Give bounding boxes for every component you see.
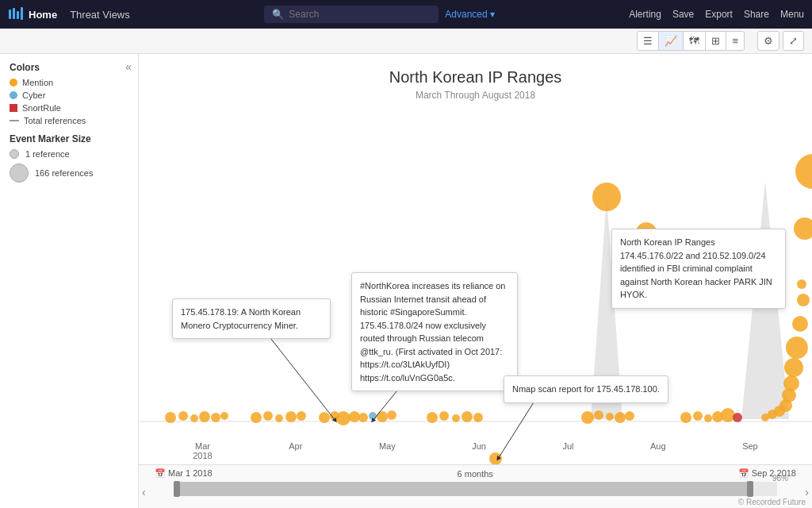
svg-point-53 [792,316,808,332]
scrubber-labels: 📅 Mar 1 2018 6 months 📅 Sep 2 2018 [139,465,812,482]
svg-point-51 [784,358,803,377]
svg-point-57 [794,217,812,240]
scrubber-track[interactable] [174,482,777,496]
svg-point-34 [606,413,614,421]
search-input[interactable] [289,9,416,20]
xaxis-jun: Jun [472,441,486,460]
scrubber-left-date: 📅 Mar 1 2018 [155,468,213,479]
svg-point-22 [358,413,368,422]
svg-point-18 [319,412,330,423]
scrubber-right-arrow[interactable]: › [805,486,809,498]
legend-snortrule: SnortRule [10,103,128,113]
search-area: 🔍 Advanced ▾ [143,6,616,23]
svg-point-13 [251,412,262,423]
svg-rect-3 [21,7,23,20]
tooltip-1: 175.45.178.19: A North Korean Monero Cry… [172,298,331,339]
mention-color-dot [10,79,17,87]
svg-point-50 [783,375,799,391]
expand-button[interactable]: ⤢ [783,31,804,51]
tooltip-4: Nmap scan report for 175.45.178.100. [504,375,668,403]
small-ref-label: 1 reference [25,149,70,159]
xaxis-sep: Sep [742,441,758,460]
svg-point-10 [199,411,210,422]
tooltip-2-text: #NorthKorea increases its reliance on Ru… [360,281,505,383]
export-button[interactable]: Export [705,9,733,20]
svg-rect-0 [9,10,11,19]
small-marker-circle [10,149,19,159]
xaxis-may: May [379,441,396,460]
svg-point-26 [427,412,438,423]
svg-point-8 [178,411,188,421]
svg-point-24 [377,411,388,422]
collapse-legend-button[interactable]: « [125,60,132,73]
chart-area: North Korean IP Ranges March Through Aug… [139,54,812,508]
cyber-label: Cyber [22,90,45,100]
svg-point-11 [211,413,220,422]
scrubber-right-handle[interactable] [747,481,753,497]
svg-point-33 [594,410,603,420]
xaxis-labels: Mar2018 Apr May Jun Jul Aug Sep [139,441,812,460]
grid-view-button[interactable]: ⊞ [706,32,726,50]
chart-view-button[interactable]: 📈 [659,32,684,50]
svg-point-52 [786,337,808,359]
total-refs-label: Total references [24,116,86,125]
calendar-right-icon: 📅 [738,468,749,478]
snortrule-color-square [10,104,17,112]
tooltip-1-text: 175.45.178.19: A North Korean Monero Cry… [181,307,301,330]
scrubber-left-arrow[interactable]: ‹ [142,486,146,498]
menu-button[interactable]: Menu [780,9,804,20]
svg-point-55 [797,279,806,289]
svg-point-41 [704,414,712,422]
chevron-down-icon: ▾ [490,9,495,20]
svg-point-7 [165,412,176,423]
svg-point-29 [462,411,473,422]
copyright-text: © Recorded Future [738,498,806,506]
legend-panel: « Colors Mention Cyber SnortRule Total r… [0,54,139,508]
svg-point-21 [349,411,360,422]
large-marker: 166 references [10,164,128,183]
scrubber-center-label: 6 months [458,469,493,479]
app-logo[interactable]: Home [8,6,57,22]
colors-title: Colors [10,62,128,73]
calendar-left-icon: 📅 [155,468,166,478]
svg-point-56 [795,154,812,189]
tooltip-3-text: North Korean IP Ranges 174.45.176.0/22 a… [620,237,772,299]
snortrule-label: SnortRule [22,103,61,113]
settings-button[interactable]: ⚙ [757,31,779,51]
toolbar: ☰ 📈 🗺 ⊞ ≡ ⚙ ⤢ [0,29,812,54]
main-area: « Colors Mention Cyber SnortRule Total r… [0,54,812,508]
marker-size-section: Event Marker Size 1 reference 166 refere… [10,133,128,183]
alerting-link[interactable]: Alerting [629,9,661,20]
svg-point-37 [592,183,621,211]
svg-point-43 [721,408,735,422]
table-view-button[interactable]: ☰ [638,32,659,50]
scrubber-left-handle[interactable] [174,481,180,497]
mention-label: Mention [22,78,53,87]
svg-point-25 [387,410,396,420]
svg-point-17 [297,411,306,421]
search-box: 🔍 [264,6,439,23]
svg-point-32 [581,411,594,424]
xaxis-apr: Apr [289,441,302,460]
save-button[interactable]: Save [672,9,694,20]
svg-point-15 [275,414,283,422]
svg-point-16 [285,411,297,422]
svg-point-54 [797,294,810,306]
advanced-button[interactable]: Advanced ▾ [445,9,494,20]
threat-views-link[interactable]: Threat Views [70,9,130,21]
marker-size-title: Event Marker Size [10,133,128,144]
small-marker: 1 reference [10,149,128,159]
large-marker-circle [10,164,29,183]
svg-point-12 [220,412,228,420]
legend-cyber: Cyber [10,90,128,100]
svg-point-36 [625,411,634,421]
list-view-button[interactable]: ≡ [726,32,744,50]
share-button[interactable]: Share [744,9,769,20]
svg-point-44 [733,413,742,422]
map-view-button[interactable]: 🗺 [684,32,706,50]
tooltip-3: North Korean IP Ranges 174.45.176.0/22 a… [611,229,786,309]
home-link[interactable]: Home [29,9,57,21]
svg-point-40 [693,411,703,421]
svg-point-39 [680,412,691,423]
zoom-label: 96% [772,474,788,483]
